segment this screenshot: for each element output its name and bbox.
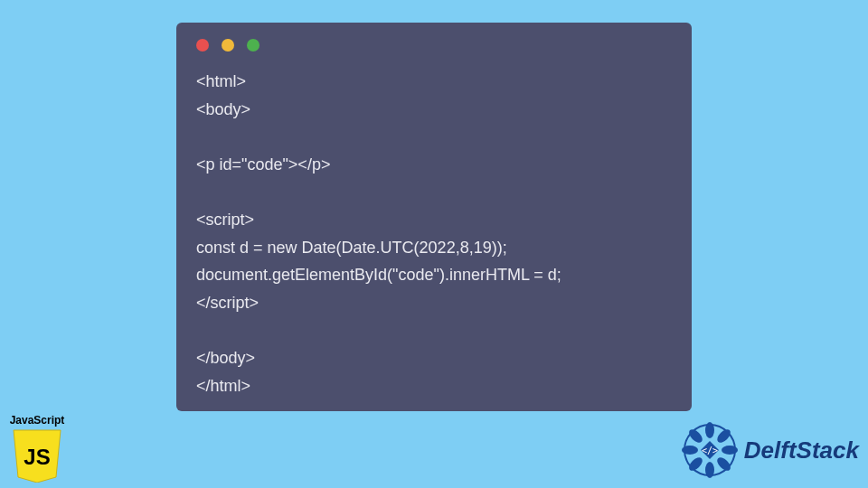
svg-point-7 bbox=[705, 462, 714, 478]
close-icon bbox=[196, 39, 209, 52]
minimize-icon bbox=[222, 39, 234, 52]
svg-point-9 bbox=[682, 446, 698, 455]
code-window: <html> <body> <p id="code"></p> <script>… bbox=[176, 23, 692, 411]
javascript-logo-icon: JS bbox=[12, 428, 62, 483]
delftstack-brand: </> DelftStack bbox=[681, 421, 859, 479]
window-controls bbox=[196, 39, 672, 52]
svg-point-3 bbox=[705, 422, 714, 438]
javascript-badge: JavaScript JS bbox=[5, 414, 69, 483]
maximize-icon bbox=[247, 39, 259, 52]
code-block: <html> <body> <p id="code"></p> <script>… bbox=[196, 68, 672, 399]
svg-text:</>: </> bbox=[702, 446, 718, 455]
svg-text:JS: JS bbox=[24, 445, 50, 469]
delftstack-logo-icon: </> bbox=[681, 421, 739, 479]
delftstack-name: DelftStack bbox=[744, 436, 859, 465]
javascript-label: JavaScript bbox=[5, 414, 69, 427]
svg-point-5 bbox=[722, 446, 738, 455]
